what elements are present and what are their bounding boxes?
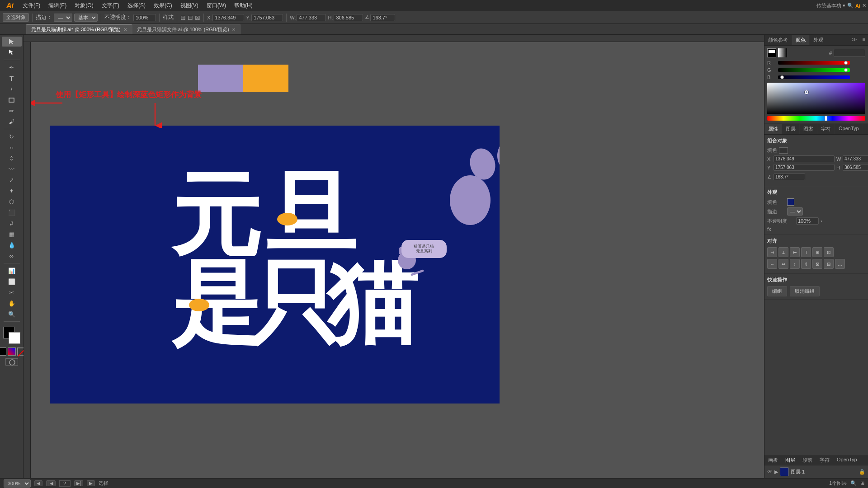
search-icon[interactable]: 🔍 bbox=[847, 3, 854, 9]
mesh-tool[interactable]: # bbox=[2, 218, 22, 228]
hand-tool[interactable]: ✋ bbox=[2, 298, 22, 308]
ungroup-button[interactable]: 取消编组 bbox=[790, 286, 820, 296]
menu-object[interactable]: 对象(O) bbox=[71, 1, 97, 10]
menu-effect[interactable]: 效果(C) bbox=[150, 1, 176, 10]
eyedropper-tool[interactable]: 💧 bbox=[2, 240, 22, 250]
group-button[interactable]: 编组 bbox=[767, 286, 787, 296]
expand-icon[interactable]: › bbox=[821, 218, 822, 224]
direct-select-tool[interactable] bbox=[2, 47, 22, 57]
background-color[interactable] bbox=[9, 332, 20, 344]
layers-tab-ot[interactable]: OpenTyp bbox=[833, 455, 861, 465]
zoom-in-icon[interactable]: 🔍 bbox=[850, 480, 857, 486]
none-color[interactable] bbox=[0, 347, 6, 356]
dist-vcenter[interactable]: ⊠ bbox=[812, 259, 822, 269]
opacity-input[interactable] bbox=[133, 14, 156, 21]
stroke-weight-select[interactable]: 基本 bbox=[74, 14, 98, 22]
artboard-tool[interactable]: ⬜ bbox=[2, 277, 22, 286]
tab-properties[interactable]: 属性 bbox=[764, 124, 782, 134]
zoom-tool[interactable]: 🔍 bbox=[2, 309, 22, 319]
paint-tool[interactable]: 🖌 bbox=[2, 117, 22, 127]
select-all-button[interactable]: 全选对象 bbox=[3, 13, 29, 22]
pencil-tool[interactable]: ✏ bbox=[2, 106, 22, 116]
color-spectrum[interactable] bbox=[767, 83, 865, 114]
free-transform-tool[interactable]: ⤢ bbox=[2, 175, 22, 185]
column-graph-tool[interactable]: 📊 bbox=[2, 266, 22, 276]
fill-color-box[interactable] bbox=[779, 147, 788, 154]
align-hcenter[interactable]: ⊥ bbox=[778, 247, 788, 257]
layers-tab-para[interactable]: 段落 bbox=[799, 455, 816, 465]
color-mode-icon-gradient[interactable] bbox=[778, 48, 787, 57]
g-slider[interactable] bbox=[778, 68, 850, 72]
tab-color[interactable]: 颜色 bbox=[792, 35, 810, 45]
slice-tool[interactable]: ✂ bbox=[2, 287, 22, 297]
dist-extra[interactable]: … bbox=[835, 259, 845, 269]
align-bottom[interactable]: ⊡ bbox=[824, 247, 834, 257]
dist-left[interactable]: ↔ bbox=[767, 259, 777, 269]
purple-swatch[interactable] bbox=[198, 65, 243, 92]
line-tool[interactable]: \ bbox=[2, 84, 22, 94]
prop-angle-input[interactable] bbox=[774, 174, 805, 180]
normal-mode[interactable] bbox=[5, 358, 18, 366]
tab-pattern[interactable]: 图案 bbox=[800, 124, 817, 134]
tab-2[interactable]: 元旦是只猫源文件.ai @ 100% (RGB/预览) ✕ bbox=[132, 24, 241, 34]
dist-top[interactable]: ⇕ bbox=[801, 259, 811, 269]
tab-2-close[interactable]: ✕ bbox=[232, 27, 236, 32]
align-top[interactable]: ⊤ bbox=[801, 247, 811, 257]
x-input[interactable] bbox=[212, 14, 244, 21]
layers-tab-layers[interactable]: 图层 bbox=[782, 455, 799, 465]
pen-tool[interactable]: ✒ bbox=[2, 62, 22, 72]
gradient-tool[interactable]: ▦ bbox=[2, 229, 22, 239]
panel-menu-icon[interactable]: ≡ bbox=[860, 35, 868, 45]
align-vcenter[interactable]: ⊞ bbox=[812, 247, 822, 257]
menu-view[interactable]: 视图(V) bbox=[177, 1, 202, 10]
layers-tab-char[interactable]: 字符 bbox=[816, 455, 833, 465]
prop-h-input[interactable] bbox=[843, 164, 868, 171]
dist-hcenter[interactable]: ⇔ bbox=[778, 259, 788, 269]
select-tool[interactable] bbox=[2, 37, 22, 47]
menu-text[interactable]: 文字(T) bbox=[98, 1, 123, 10]
hex-input[interactable] bbox=[834, 49, 865, 57]
menu-window[interactable]: 窗口(W) bbox=[203, 1, 230, 10]
menu-select[interactable]: 选择(S) bbox=[124, 1, 149, 10]
blend-tool[interactable]: ∞ bbox=[2, 251, 22, 261]
tab-layers-panel[interactable]: 图层 bbox=[782, 124, 800, 134]
appear-fill-swatch[interactable] bbox=[787, 198, 794, 206]
tab-color-reference[interactable]: 颜色参考 bbox=[764, 35, 792, 45]
gradient-preview[interactable] bbox=[8, 347, 16, 356]
rotate-tool[interactable]: ↻ bbox=[2, 131, 22, 141]
dist-right[interactable]: ↕ bbox=[790, 259, 800, 269]
prop-x-input[interactable] bbox=[774, 155, 835, 162]
menu-help[interactable]: 帮助(H) bbox=[231, 1, 256, 10]
next-page-btn[interactable]: ▶ bbox=[87, 480, 95, 486]
stroke-select[interactable]: — bbox=[54, 14, 72, 22]
color-mode-icon-dark[interactable] bbox=[767, 48, 776, 57]
layers-tab-artboard[interactable]: 画板 bbox=[764, 455, 782, 465]
b-slider[interactable] bbox=[778, 75, 850, 79]
width-tool[interactable]: ⇕ bbox=[2, 153, 22, 163]
align-icon-1[interactable]: ⊞ bbox=[180, 14, 186, 21]
zoom-select[interactable]: 300% bbox=[4, 479, 31, 488]
r-slider[interactable] bbox=[778, 61, 850, 65]
prop-y-input[interactable] bbox=[774, 164, 835, 171]
warp-tool[interactable]: 〰 bbox=[2, 164, 22, 174]
tab-1-close[interactable]: ✕ bbox=[123, 27, 127, 32]
canvas-area[interactable]: 使用【矩形工具】绘制深蓝色矩形作为背景 bbox=[24, 35, 764, 478]
layer-expand-icon[interactable]: ▶ bbox=[774, 469, 778, 475]
h-input[interactable] bbox=[334, 14, 363, 21]
layer-lock-icon[interactable]: 🔒 bbox=[859, 469, 865, 475]
page-input[interactable] bbox=[59, 480, 71, 487]
menu-file[interactable]: 文件(F) bbox=[19, 1, 44, 10]
layer-visibility-icon[interactable]: 👁 bbox=[767, 469, 773, 475]
hue-bar[interactable] bbox=[767, 116, 865, 121]
align-icon-3[interactable]: ⊠ bbox=[195, 14, 200, 21]
text-tool[interactable]: T bbox=[2, 73, 22, 83]
perspective-tool[interactable]: ⬛ bbox=[2, 207, 22, 217]
reflect-tool[interactable]: ↔ bbox=[2, 142, 22, 152]
live-paint-tool[interactable]: ⬡ bbox=[2, 197, 22, 206]
rect-tool[interactable] bbox=[2, 95, 22, 105]
tab-opentype[interactable]: OpenTyp bbox=[835, 124, 863, 134]
first-page-btn[interactable]: |◀ bbox=[46, 480, 56, 486]
tab-appearance[interactable]: 外观 bbox=[810, 35, 827, 45]
last-page-btn[interactable]: ▶| bbox=[74, 480, 84, 486]
y-input[interactable] bbox=[251, 14, 283, 21]
